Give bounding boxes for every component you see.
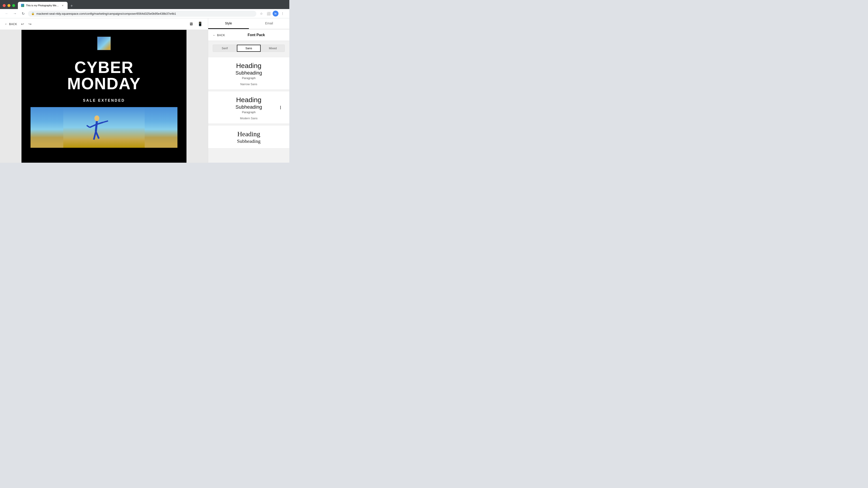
minimize-window-button[interactable]: [7, 4, 10, 7]
svg-rect-0: [63, 107, 145, 148]
font-pack-list[interactable]: Heading Subheading Paragraph Narrow Sans…: [208, 56, 289, 163]
editor-header: ← BACK ↩ ↪ 🖥 📱: [0, 18, 208, 30]
back-nav-button[interactable]: ←: [4, 10, 10, 17]
bookmark-button[interactable]: ☆: [258, 10, 265, 17]
desktop-view-button[interactable]: 🖥: [188, 21, 194, 27]
device-buttons: 🖥 📱: [188, 21, 204, 27]
url-text: mackerel-seal-nldy.squarespace.com/confi…: [36, 12, 253, 15]
font-pack-name-2: Modern Sans: [214, 117, 284, 120]
email-subtext: SALE EXTENDED: [22, 96, 186, 107]
lock-icon: 🔒: [31, 12, 35, 15]
font-pack-heading-3: Heading: [214, 130, 284, 138]
canvas-content: CYBER MONDAY SALE EXTENDED: [22, 30, 186, 163]
font-pack-paragraph-1: Paragraph: [214, 76, 284, 80]
mobile-view-button[interactable]: 📱: [197, 21, 204, 27]
toolbar-actions: ☆ ⬜ In ⋮: [258, 10, 286, 17]
tab-email[interactable]: Email: [249, 18, 289, 29]
tab-close-button[interactable]: ✕: [61, 4, 64, 7]
tab-bar: This is my Photography Website ✕ +: [18, 2, 75, 9]
editor-panel: ← BACK ↩ ↪ 🖥 📱 CYBER: [0, 18, 208, 163]
email-header-image: [97, 37, 111, 50]
dancer-image: [31, 107, 178, 148]
font-type-tabs: Serif Sans Mixed: [208, 41, 289, 56]
new-tab-button[interactable]: +: [68, 3, 75, 9]
screen-cast-button[interactable]: ⬜: [266, 10, 272, 17]
browser-window: This is my Photography Website ✕ + ← → ↻…: [0, 0, 289, 18]
window-controls: [3, 4, 15, 7]
tab-title: This is my Photography Website: [26, 4, 59, 7]
font-pack-subheading-3: Subheading: [214, 138, 284, 144]
panel-back-button[interactable]: ← BACK: [213, 33, 225, 37]
redo-button[interactable]: ↪: [27, 21, 33, 27]
font-pack-item-narrow-sans[interactable]: Heading Subheading Paragraph Narrow Sans: [208, 57, 289, 90]
email-headline-line2: MONDAY: [31, 75, 178, 92]
refresh-button[interactable]: ↻: [20, 10, 26, 17]
font-pack-subheading-2: Subheading: [214, 104, 284, 110]
editor-back-label: BACK: [9, 22, 17, 26]
tab-style[interactable]: Style: [208, 18, 249, 29]
extensions-button[interactable]: ⋮: [279, 10, 286, 17]
title-bar: This is my Photography Website ✕ +: [0, 0, 289, 9]
undo-redo-controls: ↩ ↪: [20, 21, 33, 27]
dancer-svg: [31, 107, 178, 148]
svg-point-1: [94, 116, 99, 121]
font-pack-heading-2: Heading: [214, 96, 284, 104]
font-type-sans[interactable]: Sans: [237, 44, 260, 52]
panel-back-label: BACK: [217, 33, 225, 37]
font-pack-item-3[interactable]: Heading Subheading: [208, 126, 289, 149]
font-pack-subheading-1: Subheading: [214, 70, 284, 76]
style-email-tabs: Style Email: [208, 18, 289, 29]
font-type-mixed[interactable]: Mixed: [261, 44, 285, 52]
close-window-button[interactable]: [3, 4, 6, 7]
email-header-image-container: [22, 30, 186, 55]
email-photo-container: [22, 107, 186, 148]
email-headline: CYBER MONDAY: [22, 55, 186, 96]
email-sale-text: SALE EXTENDED: [31, 98, 178, 103]
forward-nav-button[interactable]: →: [12, 10, 18, 17]
cursor-indicator: [280, 106, 283, 109]
email-headline-line1: CYBER: [31, 59, 178, 75]
font-pack-name-1: Narrow Sans: [214, 83, 284, 86]
editor-back-button[interactable]: ← BACK: [4, 22, 17, 26]
app-layout: ← BACK ↩ ↪ 🖥 📱 CYBER: [0, 18, 289, 163]
panel-title: Font Pack: [228, 33, 285, 37]
panel-back-arrow-icon: ←: [213, 33, 216, 37]
back-arrow-icon: ←: [4, 22, 8, 26]
svg-line-2: [96, 121, 97, 131]
panel-header: ← BACK Font Pack: [208, 29, 289, 41]
canvas-area[interactable]: CYBER MONDAY SALE EXTENDED: [0, 30, 208, 163]
maximize-window-button[interactable]: [12, 4, 15, 7]
browser-tab-active[interactable]: This is my Photography Website ✕: [18, 2, 68, 9]
browser-toolbar: ← → ↻ 🔒 mackerel-seal-nldy.squarespace.c…: [0, 9, 289, 18]
style-panel: Style Email ← BACK Font Pack Serif Sans …: [208, 18, 289, 163]
email-content: CYBER MONDAY SALE EXTENDED: [22, 30, 186, 148]
tab-favicon: [21, 4, 24, 7]
font-type-serif[interactable]: Serif: [213, 44, 237, 52]
profile-button[interactable]: In: [273, 11, 278, 17]
font-pack-item-modern-sans[interactable]: Heading Subheading Paragraph Modern Sans: [208, 92, 289, 124]
undo-button[interactable]: ↩: [20, 21, 25, 27]
font-pack-heading-1: Heading: [214, 62, 284, 70]
font-pack-paragraph-2: Paragraph: [214, 110, 284, 114]
address-bar[interactable]: 🔒 mackerel-seal-nldy.squarespace.com/con…: [28, 11, 256, 17]
